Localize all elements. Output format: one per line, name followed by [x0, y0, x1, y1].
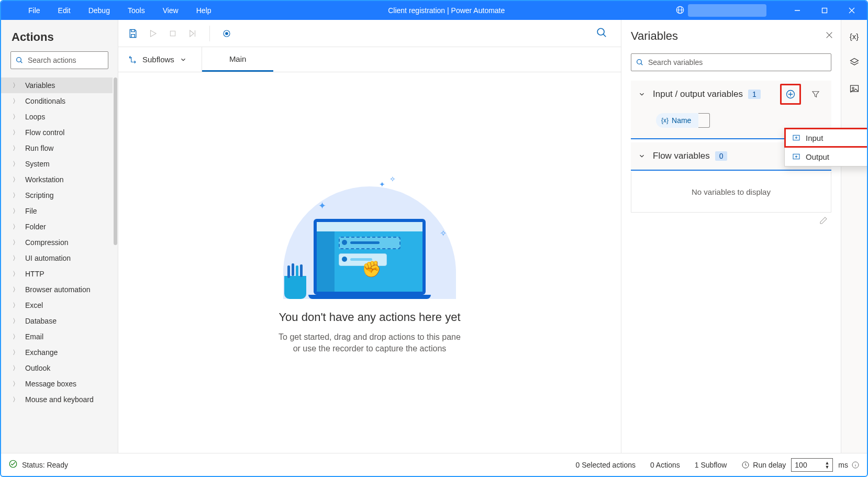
category-conditionals[interactable]: 〉Conditionals	[1, 93, 118, 109]
chevron-right-icon: 〉	[13, 191, 19, 200]
info-icon[interactable]	[851, 461, 860, 469]
stepper-arrows-icon[interactable]: ▲▼	[825, 461, 829, 469]
empty-subtitle-1: To get started, drag and drop actions to…	[279, 331, 461, 343]
status-actions: 0 Actions	[650, 461, 680, 469]
chevron-right-icon: 〉	[13, 128, 19, 137]
category-folder[interactable]: 〉Folder	[1, 219, 118, 235]
run-delay-input[interactable]: 100 ▲▼	[791, 458, 833, 472]
window-maximize[interactable]	[813, 1, 837, 20]
search-flow-icon[interactable]	[596, 27, 611, 40]
category-browser-automation[interactable]: 〉Browser automation	[1, 282, 118, 297]
svg-rect-4	[170, 31, 175, 36]
eraser-icon[interactable]	[621, 213, 841, 230]
chevron-right-icon: 〉	[13, 238, 19, 247]
svg-point-3	[17, 58, 21, 62]
chevron-right-icon: 〉	[13, 364, 19, 373]
category-file[interactable]: 〉File	[1, 203, 118, 219]
chevron-right-icon: 〉	[13, 160, 19, 169]
category-workstation[interactable]: 〉Workstation	[1, 172, 118, 187]
no-variables-text: No variables to display	[631, 172, 831, 213]
category-ui-automation[interactable]: 〉UI automation	[1, 250, 118, 266]
variable-chip-extension[interactable]	[698, 113, 710, 128]
chevron-right-icon: 〉	[13, 317, 19, 326]
variable-chip-name[interactable]: {x} Name	[656, 113, 698, 128]
chevron-right-icon: 〉	[13, 332, 19, 341]
subflows-label: Subflows	[142, 55, 174, 64]
window-minimize[interactable]	[785, 1, 809, 20]
variables-panel: Variables Search variables Input / outpu…	[621, 20, 841, 453]
svg-point-8	[637, 60, 642, 64]
category-system[interactable]: 〉System	[1, 156, 118, 172]
status-selected: 0 Selected actions	[576, 461, 636, 469]
step-icon[interactable]	[187, 28, 198, 39]
category-database[interactable]: 〉Database	[1, 313, 118, 329]
menu-tools[interactable]: Tools	[121, 3, 151, 18]
category-http[interactable]: 〉HTTP	[1, 266, 118, 282]
rail-variables-icon[interactable]: {x}	[847, 28, 862, 44]
save-icon[interactable]	[128, 28, 138, 39]
menu-item-input[interactable]: Input	[785, 128, 868, 147]
close-variables-icon[interactable]	[825, 31, 833, 41]
actions-title: Actions	[1, 20, 118, 51]
category-mouse-keyboard[interactable]: 〉Mouse and keyboard	[1, 392, 118, 407]
category-variables[interactable]: 〉Variables	[1, 77, 118, 93]
search-variables-input[interactable]: Search variables	[631, 53, 831, 71]
actions-category-list: 〉Variables 〉Conditionals 〉Loops 〉Flow co…	[1, 77, 118, 453]
add-variable-button[interactable]	[780, 84, 801, 105]
menu-edit[interactable]: Edit	[52, 3, 77, 18]
record-icon[interactable]	[221, 28, 232, 39]
search-actions-input[interactable]: Search actions	[10, 51, 108, 69]
menu-help[interactable]: Help	[190, 3, 218, 18]
io-variables-header[interactable]: Input / output variables 1	[631, 81, 831, 108]
menu-debug[interactable]: Debug	[82, 3, 116, 18]
category-excel[interactable]: 〉Excel	[1, 297, 118, 313]
menu-item-output[interactable]: Output	[785, 147, 868, 166]
svg-point-13	[852, 87, 853, 89]
clock-icon	[741, 461, 750, 469]
flow-variables-label: Flow variables	[653, 151, 710, 161]
rail-layers-icon[interactable]	[847, 54, 862, 70]
window-close[interactable]	[840, 1, 864, 20]
category-email[interactable]: 〉Email	[1, 329, 118, 345]
category-message-boxes[interactable]: 〉Message boxes	[1, 376, 118, 392]
environment-pill[interactable]	[688, 4, 766, 17]
filter-variables-icon[interactable]	[805, 84, 826, 105]
chevron-right-icon: 〉	[13, 395, 19, 404]
flow-count-badge: 0	[715, 151, 728, 161]
category-run-flow[interactable]: 〉Run flow	[1, 140, 118, 156]
category-loops[interactable]: 〉Loops	[1, 109, 118, 125]
svg-point-7	[597, 28, 604, 35]
chevron-right-icon: 〉	[13, 207, 19, 216]
input-icon	[792, 134, 800, 142]
chevron-right-icon: 〉	[13, 301, 19, 310]
chevron-right-icon: 〉	[13, 175, 19, 184]
subflows-icon	[128, 55, 137, 64]
subflows-dropdown[interactable]: Subflows	[118, 47, 202, 72]
globe-icon	[675, 5, 685, 16]
category-compression[interactable]: 〉Compression	[1, 235, 118, 250]
stop-icon[interactable]	[168, 28, 178, 39]
category-exchange[interactable]: 〉Exchange	[1, 345, 118, 360]
menu-file[interactable]: File	[22, 3, 47, 18]
rail-images-icon[interactable]	[847, 81, 862, 96]
run-icon[interactable]	[148, 28, 158, 39]
chevron-down-icon	[638, 152, 646, 160]
chevron-right-icon: 〉	[13, 270, 19, 279]
category-scripting[interactable]: 〉Scripting	[1, 187, 118, 203]
chevron-down-icon	[180, 56, 187, 63]
actions-scrollbar[interactable]	[113, 77, 118, 453]
chevron-right-icon: 〉	[13, 285, 19, 294]
search-variables-placeholder: Search variables	[648, 58, 703, 66]
tab-main[interactable]: Main	[202, 47, 274, 72]
chevron-right-icon: 〉	[13, 348, 19, 357]
chevron-right-icon: 〉	[13, 81, 19, 90]
category-outlook[interactable]: 〉Outlook	[1, 360, 118, 376]
status-text: Status: Ready	[22, 461, 68, 469]
flow-canvas[interactable]: ✦✧✦✧ ✊ You don't have any	[118, 72, 621, 453]
menu-view[interactable]: View	[157, 3, 185, 18]
status-ok-icon	[8, 459, 18, 470]
category-flow-control[interactable]: 〉Flow control	[1, 125, 118, 140]
empty-state-illustration: ✦✧✦✧ ✊	[281, 171, 459, 299]
empty-title: You don't have any actions here yet	[279, 310, 461, 324]
variables-title: Variables	[631, 29, 678, 43]
